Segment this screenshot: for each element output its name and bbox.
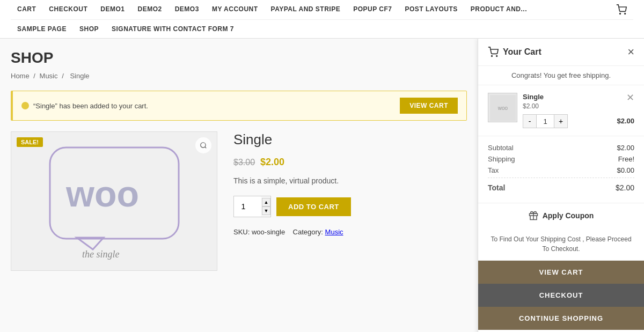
- tax-label: Tax: [488, 166, 499, 174]
- add-to-cart-button[interactable]: Add to cart: [276, 197, 351, 216]
- shipping-info-text: To Find Out Your Shipping Cost , Please …: [478, 228, 644, 261]
- qty-down-button[interactable]: ▼: [262, 206, 270, 215]
- tax-value: $0.00: [617, 166, 634, 174]
- price-new: $2.00: [260, 157, 284, 168]
- total-label: Total: [488, 183, 505, 192]
- cart-header-icon: [488, 47, 499, 57]
- svg-text:woo: woo: [65, 173, 139, 214]
- breadcrumb: Home / Music / Single: [11, 72, 467, 80]
- product-info: Single $3.00 $2.00 This is a simple, vir…: [233, 131, 467, 271]
- product-meta: SKU: woo-single Category: Music: [233, 228, 467, 236]
- subtotal-label: Subtotal: [488, 144, 514, 152]
- price-old: $3.00: [233, 158, 255, 167]
- svg-point-9: [496, 56, 497, 57]
- cart-panel: Your Cart × Congrats! You get free shipp…: [478, 39, 644, 332]
- cart-panel-header: Your Cart ×: [478, 39, 644, 66]
- product-section: Sale! woo the single: [11, 131, 467, 271]
- nav-cart[interactable]: CART: [11, 0, 42, 19]
- breadcrumb-single: Single: [70, 72, 89, 80]
- qty-up-button[interactable]: ▲: [262, 198, 270, 206]
- svg-point-8: [492, 56, 493, 57]
- nav-popup-cf7[interactable]: POPUP CF7: [347, 0, 398, 19]
- apply-coupon-button[interactable]: Apply Coupon: [478, 203, 644, 228]
- left-content: SHOP Home / Music / Single “Single” has …: [0, 39, 478, 332]
- cart-item: woo Single $2.00 - 1 + ✕ $2.00: [478, 85, 644, 136]
- nav-signature-contact-form[interactable]: SIGNATURE WITH CONTACT FORM 7: [105, 20, 240, 38]
- free-shipping-message: Congrats! You get free shipping.: [478, 66, 644, 85]
- quantity-spinner: ▲ ▼: [262, 198, 270, 215]
- qty-cart-row: ▲ ▼ Add to cart: [233, 196, 467, 217]
- view-cart-notice-button[interactable]: View cart: [400, 98, 458, 114]
- svg-text:woo: woo: [497, 105, 508, 111]
- svg-point-1: [625, 13, 626, 14]
- close-cart-button[interactable]: ×: [627, 46, 634, 58]
- cart-item-image: woo: [488, 93, 517, 122]
- view-cart-button[interactable]: View Cart: [478, 261, 644, 284]
- subtotal-row: Subtotal $2.00: [488, 144, 634, 152]
- nav-paypal-stripe[interactable]: PAYPAL AND STRIPE: [265, 0, 347, 19]
- category-link[interactable]: Music: [325, 228, 343, 236]
- nav-row-1: CART CHECKOUT DEMO1 DEMO2 DEMO3 MY ACCOU…: [11, 0, 633, 20]
- price-line: $3.00 $2.00: [233, 157, 467, 168]
- shipping-label: Shipping: [488, 155, 515, 163]
- zoom-icon[interactable]: [195, 137, 211, 153]
- svg-point-0: [620, 13, 621, 14]
- nav-demo1[interactable]: DEMO1: [94, 0, 131, 19]
- svg-point-2: [201, 143, 206, 147]
- cart-item-total: $2.00: [617, 116, 634, 125]
- svg-line-3: [205, 147, 207, 149]
- notice-dot-icon: [21, 102, 29, 109]
- nav-checkout[interactable]: CHECKOUT: [42, 0, 94, 19]
- nav-my-account[interactable]: MY ACCOUNT: [206, 0, 265, 19]
- total-value: $2.00: [616, 183, 634, 192]
- continue-shopping-button[interactable]: Continue Shopping: [478, 307, 644, 330]
- breadcrumb-music[interactable]: Music: [40, 72, 58, 80]
- notice-message: “Single” has been added to your cart.: [33, 102, 148, 110]
- product-name: Single: [233, 131, 467, 148]
- main-layout: SHOP Home / Music / Single “Single” has …: [0, 39, 644, 332]
- svg-text:the single: the single: [82, 249, 120, 260]
- cart-item-thumbnail: woo: [490, 95, 516, 121]
- delete-item-button[interactable]: ✕: [626, 93, 634, 102]
- coupon-icon: [529, 211, 538, 220]
- category-label: Category:: [293, 228, 323, 236]
- nav-post-layouts[interactable]: POST LAYOUTS: [399, 0, 464, 19]
- page-title: SHOP: [11, 49, 467, 67]
- cart-qty-display: 1: [537, 114, 554, 128]
- breadcrumb-home[interactable]: Home: [11, 72, 30, 80]
- nav-row-2: SAMPLE PAGE SHOP SIGNATURE WITH CONTACT …: [11, 20, 633, 38]
- sku-label: SKU:: [233, 228, 250, 236]
- shipping-row: Shipping Free!: [488, 155, 634, 163]
- cart-item-name: Single: [523, 93, 611, 101]
- subtotal-value: $2.00: [617, 144, 634, 152]
- cart-qty-plus-button[interactable]: +: [554, 114, 568, 128]
- product-image-box: Sale! woo the single: [11, 131, 217, 271]
- tax-row: Tax $0.00: [488, 166, 634, 174]
- product-description: This is a simple, virtual product.: [233, 176, 467, 185]
- product-image: woo the single: [39, 137, 189, 265]
- total-row: Total $2.00: [488, 178, 634, 192]
- top-navigation: CART CHECKOUT DEMO1 DEMO2 DEMO3 MY ACCOU…: [0, 0, 644, 39]
- nav-product-and[interactable]: PRODUCT AND...: [464, 0, 533, 19]
- cart-item-price: $2.00: [523, 102, 611, 110]
- sale-badge: Sale!: [17, 137, 43, 147]
- nav-demo2[interactable]: DEMO2: [131, 0, 169, 19]
- sku-value: woo-single: [252, 228, 285, 236]
- apply-coupon-label: Apply Coupon: [543, 211, 594, 220]
- cart-item-details: Single $2.00 - 1 +: [523, 93, 611, 128]
- notice-bar: “Single” has been added to your cart. Vi…: [11, 91, 467, 121]
- cart-panel-title: Your Cart: [503, 47, 541, 57]
- nav-shop[interactable]: SHOP: [73, 20, 105, 38]
- quantity-input[interactable]: [234, 196, 261, 217]
- checkout-button[interactable]: Checkout: [478, 284, 644, 307]
- cart-icon-button[interactable]: [610, 0, 633, 19]
- shipping-value: Free!: [618, 155, 634, 163]
- cart-totals: Subtotal $2.00 Shipping Free! Tax $0.00 …: [478, 136, 644, 203]
- qty-controls: - 1 +: [523, 114, 611, 128]
- nav-demo3[interactable]: DEMO3: [169, 0, 206, 19]
- nav-sample-page[interactable]: SAMPLE PAGE: [11, 20, 73, 38]
- cart-qty-minus-button[interactable]: -: [523, 114, 537, 128]
